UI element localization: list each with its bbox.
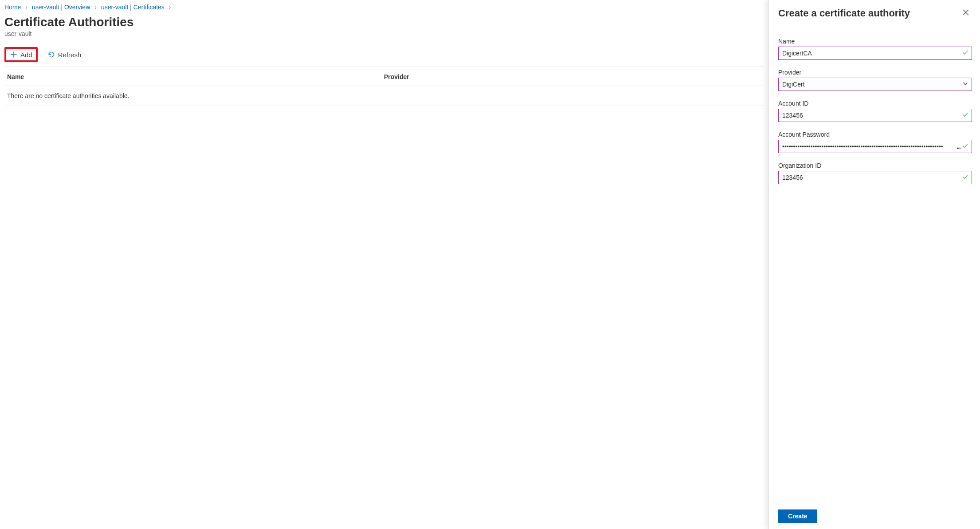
refresh-button[interactable]: Refresh	[44, 49, 85, 60]
panel-title: Create a certificate authority	[778, 8, 910, 19]
provider-select[interactable]: DigiCert	[778, 78, 972, 91]
checkmark-icon	[962, 112, 968, 119]
page-subtitle: user-vault	[4, 30, 764, 37]
chevron-right-icon: ›	[169, 4, 171, 11]
table-empty-message: There are no certificate authorities ava…	[4, 86, 764, 106]
chevron-down-icon	[962, 81, 968, 88]
breadcrumb-certificates[interactable]: user-vault | Certificates	[101, 4, 165, 11]
checkmark-icon	[962, 174, 968, 182]
close-button[interactable]	[960, 6, 972, 20]
refresh-button-label: Refresh	[58, 51, 82, 59]
ellipsis-icon: ...	[956, 143, 960, 150]
organization-id-label: Organization ID	[778, 162, 972, 169]
breadcrumb-overview[interactable]: user-vault | Overview	[32, 4, 90, 11]
add-button[interactable]: Add	[4, 47, 38, 62]
column-header-provider[interactable]: Provider	[384, 73, 761, 80]
name-label: Name	[778, 38, 972, 45]
name-input[interactable]	[778, 47, 972, 60]
checkmark-icon	[962, 50, 968, 57]
main-content: Home › user-vault | Overview › user-vaul…	[0, 0, 768, 529]
provider-field: Provider DigiCert	[778, 69, 972, 91]
breadcrumb: Home › user-vault | Overview › user-vaul…	[4, 4, 764, 11]
toolbar: Add Refresh	[4, 44, 764, 67]
create-button[interactable]: Create	[778, 509, 817, 523]
breadcrumb-home[interactable]: Home	[4, 4, 21, 11]
close-icon	[962, 9, 969, 16]
account-password-input[interactable]	[778, 140, 972, 153]
page-title: Certificate Authorities	[4, 15, 764, 29]
add-button-label: Add	[20, 51, 32, 59]
account-id-input[interactable]	[778, 109, 972, 122]
provider-value: DigiCert	[782, 81, 805, 88]
refresh-icon	[47, 51, 55, 59]
provider-label: Provider	[778, 69, 972, 76]
checkmark-icon	[962, 143, 968, 150]
table-header: Name Provider	[4, 67, 764, 86]
panel-footer: Create	[778, 504, 972, 529]
create-ca-panel: Create a certificate authority Name Prov…	[768, 0, 980, 529]
account-password-label: Account Password	[778, 131, 972, 138]
chevron-right-icon: ›	[25, 4, 27, 11]
name-field: Name	[778, 38, 972, 60]
column-header-name[interactable]: Name	[7, 73, 384, 80]
organization-id-input[interactable]	[778, 171, 972, 184]
account-password-field: Account Password ...	[778, 131, 972, 153]
organization-id-field: Organization ID	[778, 162, 972, 184]
plus-icon	[10, 51, 18, 59]
account-id-field: Account ID	[778, 100, 972, 122]
chevron-right-icon: ›	[94, 4, 97, 11]
account-id-label: Account ID	[778, 100, 972, 107]
